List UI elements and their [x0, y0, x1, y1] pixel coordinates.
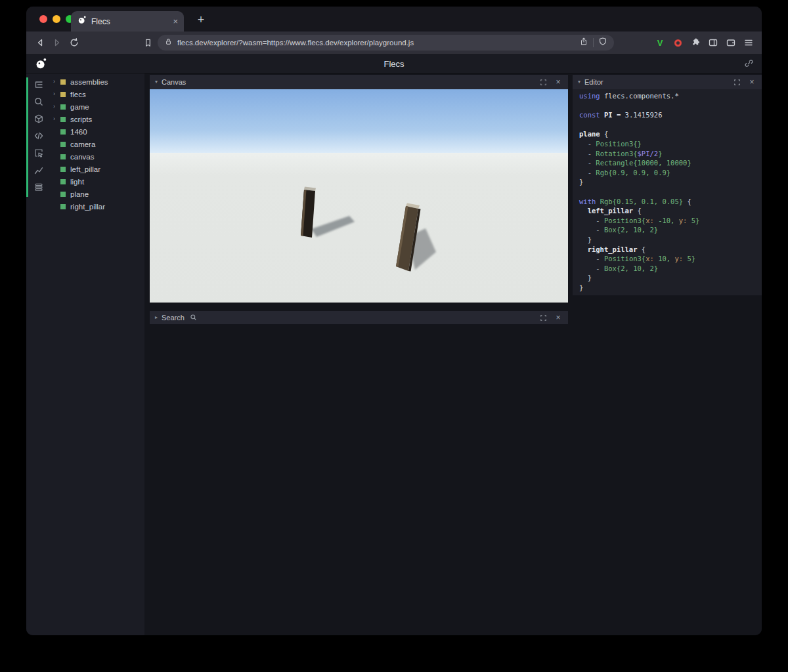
- logs-icon[interactable]: [28, 178, 49, 196]
- code-line[interactable]: left_pillar {: [579, 206, 762, 216]
- inspect-icon[interactable]: [28, 144, 49, 161]
- code-line[interactable]: using flecs.components.*: [579, 91, 762, 101]
- desktop: Flecs × + flecs.dev/explore: [0, 0, 788, 672]
- code-line[interactable]: - Position3{}: [579, 139, 762, 149]
- components-icon[interactable]: [28, 110, 49, 127]
- address-bar[interactable]: flecs.dev/explorer/?wasm=https://www.fle…: [158, 35, 614, 51]
- entity-label: light: [70, 178, 84, 186]
- minimize-window-button[interactable]: [53, 15, 60, 23]
- reload-button[interactable]: [66, 34, 83, 51]
- entity-color-swatch: [60, 92, 66, 97]
- traffic-lights: [39, 15, 74, 23]
- tree-item-assemblies[interactable]: ›assemblies: [50, 75, 144, 88]
- statistics-icon[interactable]: [28, 161, 49, 178]
- code-line[interactable]: - Rgb{0.9, 0.9, 0.9}: [579, 168, 762, 178]
- search-panel: ▸ Search ×: [150, 311, 568, 324]
- forward-button[interactable]: [49, 34, 66, 51]
- code-line[interactable]: - Rotation3{$PI/2}: [579, 149, 762, 159]
- entity-label: canvas: [70, 153, 94, 161]
- magnifier-icon: [190, 314, 197, 322]
- tab-favicon-icon: [77, 15, 87, 28]
- new-tab-button[interactable]: +: [192, 10, 210, 29]
- tree-item-1460[interactable]: 1460: [50, 125, 144, 138]
- code-line[interactable]: - Rectangle{10000, 10000}: [579, 158, 762, 168]
- record-extension-icon[interactable]: [670, 34, 686, 51]
- menu-icon[interactable]: [741, 34, 756, 51]
- code-line[interactable]: }: [579, 273, 762, 283]
- tab-title: Flecs: [91, 17, 168, 26]
- code-line[interactable]: [579, 101, 762, 111]
- code-line[interactable]: }: [579, 177, 762, 187]
- back-button[interactable]: [32, 34, 49, 51]
- share-icon[interactable]: [579, 37, 588, 49]
- extension-cluster: V: [652, 34, 756, 51]
- expand-panel-icon[interactable]: [732, 77, 741, 87]
- expand-chevron-icon[interactable]: ›: [53, 116, 60, 122]
- entity-label: flecs: [70, 91, 86, 98]
- tree-item-game[interactable]: ›game: [50, 100, 144, 113]
- app-title: Flecs: [26, 54, 762, 74]
- tree-item-canvas[interactable]: canvas: [50, 150, 144, 163]
- entity-label: 1460: [70, 128, 87, 136]
- entity-tree: ›assemblies›flecs›game›scripts1460camera…: [50, 75, 144, 213]
- code-editor[interactable]: using flecs.components.* const PI = 3.14…: [573, 89, 762, 295]
- left-icon-rail: [28, 76, 49, 196]
- canvas-panel-header[interactable]: ▾ Canvas ×: [150, 75, 568, 89]
- 3d-viewport[interactable]: [150, 89, 568, 303]
- close-panel-icon[interactable]: ×: [747, 77, 756, 87]
- tree-item-left_pillar[interactable]: left_pillar: [50, 163, 144, 175]
- tab-close-button[interactable]: ×: [173, 16, 178, 26]
- code-line[interactable]: right_pillar {: [579, 245, 762, 255]
- bookmarks-icon[interactable]: [139, 34, 156, 51]
- v-extension-icon[interactable]: V: [652, 34, 668, 51]
- close-window-button[interactable]: [39, 15, 47, 23]
- collapse-chevron-icon[interactable]: ▾: [155, 79, 158, 85]
- collapse-chevron-icon[interactable]: ▸: [155, 315, 158, 320]
- code-icon[interactable]: [28, 127, 49, 144]
- code-line[interactable]: with Rgb{0.15, 0.1, 0.05} {: [579, 197, 762, 207]
- expand-panel-icon[interactable]: [538, 77, 548, 87]
- code-line[interactable]: [579, 120, 762, 130]
- entity-tree-icon[interactable]: [28, 76, 49, 93]
- code-line[interactable]: - Box{2, 10, 2}: [579, 264, 762, 274]
- expand-panel-icon[interactable]: [538, 313, 548, 322]
- tree-item-camera[interactable]: camera: [50, 138, 144, 150]
- ground-plane: [150, 153, 568, 303]
- expand-chevron-icon[interactable]: ›: [53, 79, 60, 85]
- close-panel-icon[interactable]: ×: [554, 313, 563, 322]
- editor-panel-header[interactable]: ▾ Editor ×: [573, 75, 762, 89]
- code-line[interactable]: const PI = 3.1415926: [579, 110, 762, 120]
- wallet-icon[interactable]: [723, 34, 739, 51]
- entity-color-swatch: [60, 192, 66, 197]
- browser-tab[interactable]: Flecs ×: [71, 11, 184, 32]
- collapse-chevron-icon[interactable]: ▾: [578, 79, 580, 85]
- search-icon[interactable]: [28, 93, 49, 110]
- browser-toolbar: flecs.dev/explorer/?wasm=https://www.fle…: [26, 32, 762, 54]
- entity-color-swatch: [60, 142, 66, 147]
- tree-item-scripts[interactable]: ›scripts: [50, 113, 144, 125]
- tree-item-flecs[interactable]: ›flecs: [50, 88, 144, 100]
- code-line[interactable]: }: [579, 235, 762, 245]
- expand-chevron-icon[interactable]: ›: [53, 104, 60, 110]
- shield-icon[interactable]: [598, 37, 607, 49]
- sidebar-panel-icon[interactable]: [705, 34, 721, 51]
- canvas-panel: ▾ Canvas ×: [150, 75, 568, 303]
- tree-item-plane[interactable]: plane: [50, 188, 144, 200]
- tree-item-right_pillar[interactable]: right_pillar: [50, 200, 144, 213]
- close-panel-icon[interactable]: ×: [554, 77, 563, 87]
- code-line[interactable]: - Position3{x: -10, y: 5}: [579, 216, 762, 226]
- link-icon[interactable]: [744, 58, 754, 71]
- expand-chevron-icon[interactable]: ›: [53, 91, 60, 97]
- code-line[interactable]: }: [579, 283, 762, 293]
- code-line[interactable]: [579, 187, 762, 197]
- extensions-puzzle-icon[interactable]: [688, 34, 703, 51]
- code-line[interactable]: - Box{2, 10, 2}: [579, 225, 762, 235]
- browser-window: Flecs × + flecs.dev/explore: [26, 7, 762, 635]
- code-line[interactable]: - Position3{x: 10, y: 5}: [579, 254, 762, 264]
- left-sidebar: ›assemblies›flecs›game›scripts1460camera…: [26, 74, 144, 635]
- tree-item-light[interactable]: light: [50, 175, 144, 188]
- search-panel-header[interactable]: ▸ Search ×: [150, 311, 568, 324]
- editor-panel-title: Editor: [584, 78, 603, 86]
- code-line[interactable]: plane {: [579, 129, 762, 139]
- entity-color-swatch: [60, 79, 66, 85]
